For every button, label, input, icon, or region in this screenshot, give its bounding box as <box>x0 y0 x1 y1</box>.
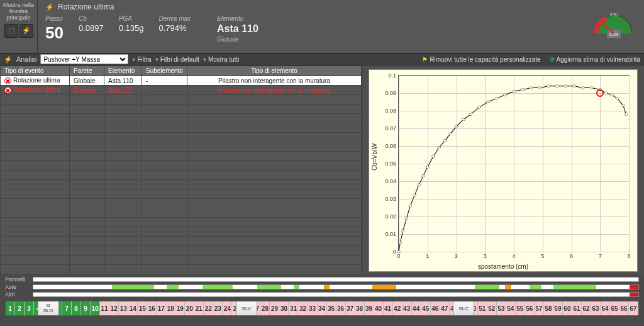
ruler-cell[interactable]: 46 <box>431 301 440 315</box>
ruler-cell[interactable]: 29 <box>270 301 279 315</box>
ruler-cell[interactable]: 42 <box>393 301 402 315</box>
ruler-cell[interactable]: 61 <box>572 301 582 315</box>
ruler-cell[interactable]: 53 <box>497 301 506 315</box>
filtra-button[interactable]: ▾Filtra <box>132 56 151 63</box>
ruler-cell[interactable]: 22 <box>204 301 213 315</box>
ruler-cell[interactable]: 10 <box>91 301 100 315</box>
ruler-cell[interactable]: 45 <box>421 301 431 315</box>
ruler-cell[interactable]: 1 <box>6 301 15 315</box>
ruler-cell[interactable]: 41 <box>384 301 393 315</box>
ruler-cell[interactable]: 47 <box>440 301 450 315</box>
ruler-cell[interactable]: 16 <box>147 301 157 315</box>
table-row[interactable] <box>1 133 362 142</box>
ruler-cell[interactable]: 18 <box>166 301 175 315</box>
table-row[interactable] <box>1 265 362 274</box>
step-ruler[interactable]: 1234567891011121314151617181920212223242… <box>5 301 639 316</box>
ruler-cell[interactable]: 34 <box>318 301 327 315</box>
ruler-cell[interactable]: 28 <box>260 301 270 315</box>
table-row[interactable] <box>1 171 362 180</box>
table-row[interactable] <box>1 237 362 246</box>
ruler-cell[interactable]: 67 <box>629 301 638 315</box>
table-row[interactable] <box>1 142 362 152</box>
limit-state-tab[interactable]: SlSLD <box>38 301 59 316</box>
table-row[interactable] <box>1 227 362 237</box>
stripe-bar[interactable] <box>33 284 639 289</box>
ruler-cell[interactable]: 17 <box>157 301 166 315</box>
ruler-cell[interactable]: 11 <box>100 301 109 315</box>
mostra-tutti-button[interactable]: ▾Mostra tutti <box>203 56 239 63</box>
analisi-select[interactable]: Pushover +Y Massa <box>40 54 128 64</box>
ruler-cell[interactable]: 13 <box>119 301 128 315</box>
ruler-cell[interactable]: 66 <box>619 301 629 315</box>
table-row[interactable] <box>1 114 362 123</box>
pushover-chart[interactable]: Cb=Vb/W spostamento (cm) 01234567800.010… <box>369 69 638 272</box>
ruler-cell[interactable]: 35 <box>327 301 336 315</box>
ruler-cell[interactable]: 2 <box>15 301 25 315</box>
limit-state-tab[interactable]: SLC <box>453 301 474 316</box>
bolt-icon-button[interactable]: ⚡ <box>19 24 33 38</box>
ruler-cell[interactable]: 33 <box>308 301 318 315</box>
ruler-cell[interactable]: 55 <box>516 301 525 315</box>
ruler-cell[interactable]: 52 <box>487 301 497 315</box>
table-row[interactable] <box>1 218 362 227</box>
filtri-default-button[interactable]: ▾Filtri di default <box>155 56 199 63</box>
ruler-cell[interactable]: 56 <box>525 301 535 315</box>
ruler-cell[interactable]: 51 <box>478 301 487 315</box>
table-row[interactable] <box>1 123 362 133</box>
ruler-cell[interactable]: 63 <box>591 301 601 315</box>
stripe-bar[interactable] <box>33 277 639 282</box>
ruler-cell[interactable]: 58 <box>544 301 553 315</box>
th-tipo-elemento[interactable]: Tipo di elemento <box>187 66 361 76</box>
table-row[interactable] <box>1 208 362 218</box>
ruler-cell[interactable]: 19 <box>175 301 185 315</box>
table-row[interactable] <box>1 199 362 208</box>
ruler-cell[interactable]: 30 <box>279 301 289 315</box>
stripe-bar[interactable] <box>33 292 639 297</box>
table-row[interactable] <box>1 189 362 199</box>
table-row[interactable]: Rotazione ultimaGlobaleAsta 110-Pilastro… <box>1 76 362 86</box>
ruler-cell[interactable]: 24 <box>223 301 232 315</box>
ruler-cell[interactable]: 15 <box>138 301 147 315</box>
ruler-cell[interactable]: 39 <box>365 301 374 315</box>
ruler-cell[interactable]: 40 <box>374 301 384 315</box>
ruler-cell[interactable]: 60 <box>563 301 572 315</box>
ruler-cell[interactable]: 36 <box>336 301 346 315</box>
table-row[interactable] <box>1 95 362 104</box>
ruler-cell[interactable]: 12 <box>109 301 119 315</box>
table-row[interactable] <box>1 246 362 256</box>
ruler-cell[interactable]: 37 <box>346 301 355 315</box>
th-subelemento[interactable]: Subelemento <box>142 66 187 76</box>
th-tipo-evento[interactable]: Tipo di evento <box>1 66 70 76</box>
table-row[interactable] <box>1 256 362 265</box>
th-parete[interactable]: Parete <box>70 66 104 76</box>
ruler-cell[interactable]: 65 <box>610 301 619 315</box>
ruler-cell[interactable]: 23 <box>213 301 223 315</box>
ruler-cell[interactable]: 32 <box>298 301 308 315</box>
ruler-cell[interactable]: 57 <box>535 301 544 315</box>
ruler-cell[interactable]: 21 <box>194 301 204 315</box>
ruler-cell[interactable]: 64 <box>601 301 610 315</box>
cube-icon-button[interactable]: ⬚ <box>4 24 18 38</box>
ruler-cell[interactable]: 20 <box>185 301 194 315</box>
ruler-cell[interactable]: 8 <box>72 301 81 315</box>
table-row[interactable] <box>1 180 362 189</box>
limit-state-tab[interactable]: SLV <box>236 301 257 316</box>
aggiorna-stima-button[interactable]: ⟳Aggiorna stima di vulnerabilità <box>550 56 640 63</box>
ruler-cell[interactable]: 31 <box>289 301 298 315</box>
ruler-cell[interactable]: 44 <box>412 301 421 315</box>
ruler-cell[interactable]: 3 <box>25 301 34 315</box>
ruler-cell[interactable]: 59 <box>553 301 563 315</box>
table-row[interactable] <box>1 152 362 161</box>
ruler-cell[interactable]: 9 <box>81 301 91 315</box>
table-row[interactable]: Rotazione ultimaGlobaleAsta 127-Pilastro… <box>1 86 362 95</box>
table-row[interactable] <box>1 104 362 114</box>
ruler-cell[interactable]: 43 <box>402 301 412 315</box>
ruler-cell[interactable]: 7 <box>62 301 72 315</box>
table-row[interactable] <box>1 161 362 171</box>
ruler-cell[interactable]: 38 <box>355 301 365 315</box>
ruler-cell[interactable]: 54 <box>506 301 516 315</box>
th-elemento[interactable]: Elemento <box>104 66 142 76</box>
ruler-cell[interactable]: 14 <box>128 301 138 315</box>
ruler-cell[interactable]: 62 <box>582 301 591 315</box>
rimuovi-capacita-button[interactable]: ⚑Rimuovi tutte le capacità personalizzat… <box>422 56 540 63</box>
